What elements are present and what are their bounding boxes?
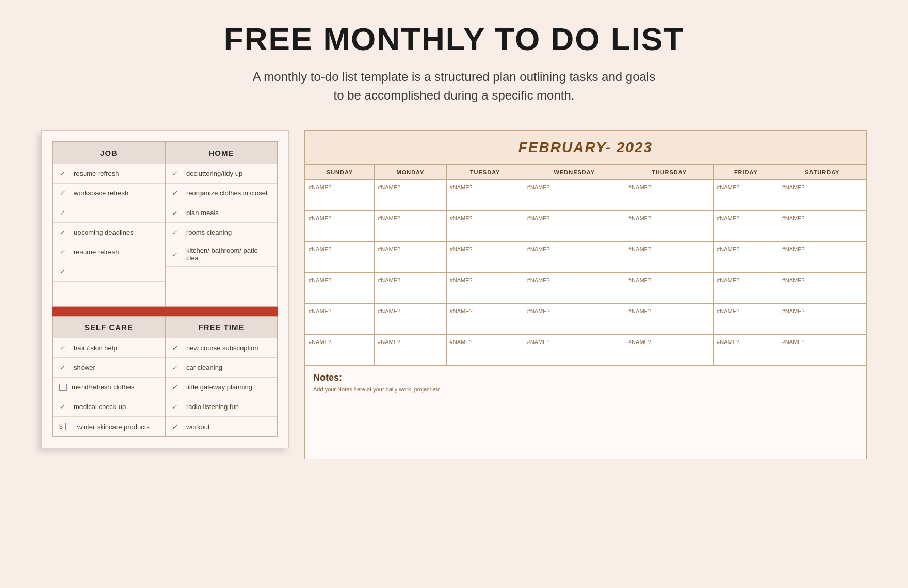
calendar-cell: #NAME? xyxy=(305,335,375,366)
item-text: workout xyxy=(186,423,210,431)
list-item-empty xyxy=(166,286,277,306)
calendar-cell: #NAME? xyxy=(375,180,447,211)
calendar-cell: #NAME? xyxy=(779,273,866,304)
item-text: plan meals xyxy=(186,209,219,217)
calendar-cell: #NAME? xyxy=(625,211,713,242)
item-text: decluttering/tidy up xyxy=(186,170,242,177)
check-icon: ✓ xyxy=(172,383,181,391)
calendar-cell: #NAME? xyxy=(714,335,779,366)
calendar-cell: #NAME? xyxy=(375,242,447,273)
page-title: FREE MONTHLY TO DO LIST xyxy=(10,21,898,57)
home-header: HOME xyxy=(166,142,277,164)
calendar-cell: #NAME? xyxy=(305,304,375,335)
list-item: ✓ decluttering/tidy up xyxy=(166,164,277,184)
calendar-cell: #NAME? xyxy=(625,242,713,273)
todo-section-selfcare: SELF CARE ✓ hair /.skin help ✓ shower me… xyxy=(53,316,165,437)
calendar-row: #NAME? #NAME? #NAME? #NAME? #NAME? #NAME… xyxy=(305,273,866,304)
list-item: ✓ little gateway planning xyxy=(166,378,277,397)
calendar-cell: #NAME? xyxy=(524,304,625,335)
list-item: mend/refresh clothes xyxy=(53,378,165,397)
list-item: ✓ radio listening fun xyxy=(166,397,277,417)
check-icon: ✓ xyxy=(59,268,69,275)
list-item: ✓ kitchen/ bathroom/ patio clea xyxy=(166,242,277,267)
main-content: JOB ✓ resume refresh ✓ workspace refresh… xyxy=(0,115,908,475)
item-text: new course subscription xyxy=(186,344,258,352)
check-icon: ✓ xyxy=(59,189,69,197)
item-text: resume refresh xyxy=(74,170,119,177)
job-header: JOB xyxy=(53,142,165,164)
calendar-cell: #NAME? xyxy=(779,335,866,366)
check-icon: ✓ xyxy=(59,344,69,352)
item-text: little gateway planning xyxy=(186,383,252,391)
calendar-cell: #NAME? xyxy=(524,180,625,211)
calendar-panel: FEBRUARY- 2023 SUNDAY MONDAY TUESDAY WED… xyxy=(304,130,867,459)
item-text: winter skincare products xyxy=(77,423,150,431)
page-subtitle: A monthly to-do list template is a struc… xyxy=(248,68,660,105)
col-thursday: THURSDAY xyxy=(625,165,713,180)
list-item: ✓ reorganize clothes in closet xyxy=(166,184,277,203)
col-friday: FRIDAY xyxy=(714,165,779,180)
item-text: resume refresh xyxy=(74,248,119,256)
list-item: ✓ workspace refresh xyxy=(53,184,165,203)
checkbox-icon xyxy=(59,384,67,391)
todo-panel: JOB ✓ resume refresh ✓ workspace refresh… xyxy=(41,130,289,448)
todo-section-job: JOB ✓ resume refresh ✓ workspace refresh… xyxy=(53,142,165,306)
checkbox-icon xyxy=(65,423,72,430)
todo-top-sections: JOB ✓ resume refresh ✓ workspace refresh… xyxy=(52,141,278,307)
calendar-cell: #NAME? xyxy=(305,211,375,242)
calendar-cell: #NAME? xyxy=(714,273,779,304)
list-item: $ winter skincare products xyxy=(53,417,165,436)
calendar-cell: #NAME? xyxy=(375,335,447,366)
calendar-header-row: SUNDAY MONDAY TUESDAY WEDNESDAY THURSDAY… xyxy=(305,165,866,180)
calendar-row: #NAME? #NAME? #NAME? #NAME? #NAME? #NAME… xyxy=(305,335,866,366)
calendar-cell: #NAME? xyxy=(446,335,524,366)
item-text: workspace refresh xyxy=(74,189,128,197)
item-text: kitchen/ bathroom/ patio clea xyxy=(186,247,271,262)
calendar-cell: #NAME? xyxy=(375,273,447,304)
list-item: ✓ new course subscription xyxy=(166,338,277,358)
check-icon: ✓ xyxy=(172,364,181,371)
check-icon: ✓ xyxy=(59,228,69,236)
col-sunday: SUNDAY xyxy=(305,165,375,180)
calendar-cell: #NAME? xyxy=(446,180,524,211)
list-item: ✓ resume refresh xyxy=(53,164,165,184)
item-text: upcoming deadlines xyxy=(74,228,134,236)
calendar-cell: #NAME? xyxy=(524,242,625,273)
item-text: shower xyxy=(74,364,95,371)
calendar-cell: #NAME? xyxy=(446,211,524,242)
list-item: ✓ xyxy=(53,203,165,223)
list-item: ✓ resume refresh xyxy=(53,242,165,262)
check-icon: ✓ xyxy=(59,364,69,371)
col-monday: MONDAY xyxy=(375,165,447,180)
list-item: ✓ shower xyxy=(53,358,165,378)
list-item-empty xyxy=(166,267,277,286)
calendar-cell: #NAME? xyxy=(779,180,866,211)
calendar-table: SUNDAY MONDAY TUESDAY WEDNESDAY THURSDAY… xyxy=(305,165,866,366)
notes-section: Notes: Add your Notes here of your daily… xyxy=(305,366,866,459)
check-icon: ✓ xyxy=(172,170,181,177)
todo-bottom-sections: SELF CARE ✓ hair /.skin help ✓ shower me… xyxy=(52,316,278,437)
calendar-cell: #NAME? xyxy=(625,304,713,335)
calendar-cell: #NAME? xyxy=(305,180,375,211)
notes-title: Notes: xyxy=(313,372,858,383)
calendar-cell: #NAME? xyxy=(375,211,447,242)
check-icon: ✓ xyxy=(59,403,69,411)
list-item: ✓ xyxy=(53,262,165,282)
page-header: FREE MONTHLY TO DO LIST A monthly to-do … xyxy=(0,0,908,115)
todo-section-home: HOME ✓ decluttering/tidy up ✓ reorganize… xyxy=(165,142,278,306)
item-text: car cleaning xyxy=(186,364,222,371)
item-text: radio listening fun xyxy=(186,403,239,411)
calendar-cell: #NAME? xyxy=(714,211,779,242)
list-item: ✓ medical check-up xyxy=(53,397,165,417)
calendar-cell: #NAME? xyxy=(714,180,779,211)
calendar-row: #NAME? #NAME? #NAME? #NAME? #NAME? #NAME… xyxy=(305,304,866,335)
freetime-header: FREE TIME xyxy=(166,317,277,338)
calendar-title: FEBRUARY- 2023 xyxy=(305,131,866,165)
calendar-cell: #NAME? xyxy=(625,180,713,211)
calendar-cell: #NAME? xyxy=(714,304,779,335)
selfcare-header: SELF CARE xyxy=(53,317,165,338)
list-item: ✓ upcoming deadlines xyxy=(53,223,165,242)
notes-placeholder: Add your Notes here of your daily work, … xyxy=(313,386,858,393)
calendar-cell: #NAME? xyxy=(446,242,524,273)
item-text: reorganize clothes in closet xyxy=(186,189,268,197)
